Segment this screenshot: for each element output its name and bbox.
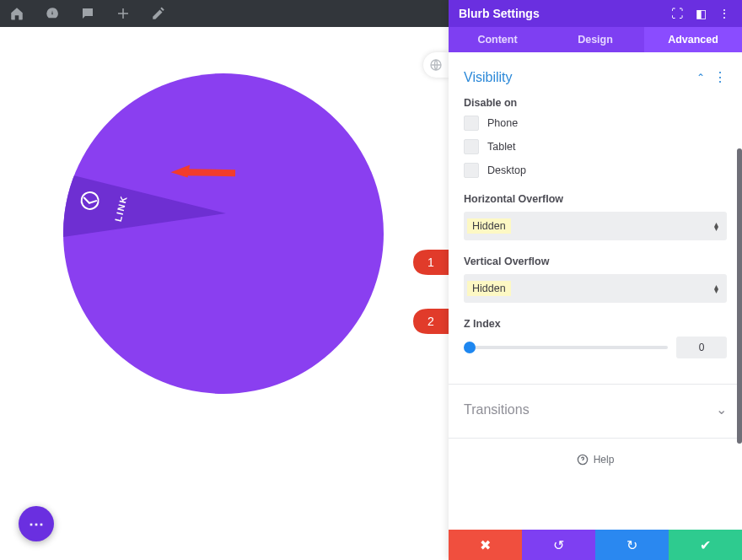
select-horizontal-overflow[interactable]: Hidden ▴▾ xyxy=(464,212,727,240)
disable-on-label: Disable on xyxy=(464,97,727,109)
slider-thumb[interactable] xyxy=(464,342,476,353)
scrollbar[interactable] xyxy=(737,148,742,444)
redo-icon: ↻ xyxy=(626,537,637,553)
section-title-visibility[interactable]: Visibility xyxy=(464,70,696,85)
tab-design[interactable]: Design xyxy=(546,27,644,52)
discard-button[interactable]: ✖ xyxy=(449,530,522,560)
z-index-value[interactable]: 0 xyxy=(676,337,727,358)
z-index-label: Z Index xyxy=(464,318,727,330)
panel-footer: ✖ ↺ ↻ ✔ xyxy=(449,530,742,560)
callout-1: 1 xyxy=(413,250,454,275)
panel-title: Blurb Settings xyxy=(459,7,661,20)
globe-icon[interactable] xyxy=(423,52,449,78)
chevron-updown-icon: ▴▾ xyxy=(714,284,718,293)
section-transitions: Transitions ⌄ xyxy=(449,385,742,438)
check-icon: ✔ xyxy=(700,537,711,553)
help-link[interactable]: Help xyxy=(449,439,742,481)
close-icon: ✖ xyxy=(480,537,491,553)
columns-icon[interactable]: ◧ xyxy=(693,6,708,21)
z-index-slider[interactable] xyxy=(464,346,668,349)
chevron-updown-icon: ▴▾ xyxy=(714,222,718,230)
horizontal-overflow-label: Horizontal Overflow xyxy=(464,193,727,205)
help-icon xyxy=(577,454,589,466)
save-button[interactable]: ✔ xyxy=(669,530,742,560)
section-kebab-icon[interactable]: ⋮ xyxy=(713,69,727,85)
checkbox-desktop[interactable] xyxy=(464,163,479,178)
chevron-down-icon[interactable]: ⌄ xyxy=(716,401,727,417)
checkbox-tablet-label: Tablet xyxy=(487,141,515,153)
undo-icon: ↺ xyxy=(553,537,564,553)
editor-canvas: LINK ⋯ xyxy=(0,27,449,560)
callout-2: 2 xyxy=(413,309,454,334)
fab-more[interactable]: ⋯ xyxy=(19,506,54,541)
vertical-overflow-label: Vertical Overflow xyxy=(464,256,727,267)
panel-body: Visibility ⌃ ⋮ Disable on Phone Tablet D… xyxy=(449,52,742,530)
pencil-icon[interactable] xyxy=(150,5,167,22)
expand-icon[interactable]: ⛶ xyxy=(669,6,685,21)
checkbox-desktop-label: Desktop xyxy=(487,164,526,176)
home-icon[interactable] xyxy=(8,5,25,22)
comment-icon[interactable] xyxy=(79,5,96,22)
panel-tabs: Content Design Advanced xyxy=(449,27,742,52)
svg-point-1 xyxy=(80,191,100,211)
tab-content[interactable]: Content xyxy=(449,27,546,52)
collapse-icon[interactable]: ⌃ xyxy=(696,72,705,83)
section-title-transitions[interactable]: Transitions xyxy=(464,402,716,417)
link-label: LINK xyxy=(113,194,129,223)
kebab-icon[interactable]: ⋮ xyxy=(717,6,732,21)
gauge-icon[interactable] xyxy=(44,5,61,22)
plus-icon[interactable] xyxy=(115,5,132,22)
blurb-circle[interactable]: LINK xyxy=(63,73,384,394)
redo-button[interactable]: ↻ xyxy=(595,530,669,560)
undo-button[interactable]: ↺ xyxy=(522,530,595,560)
select-vertical-overflow[interactable]: Hidden ▴▾ xyxy=(464,274,727,303)
tab-advanced[interactable]: Advanced xyxy=(644,27,742,52)
checkbox-phone-label: Phone xyxy=(487,117,518,129)
checkbox-tablet[interactable] xyxy=(464,139,479,154)
settings-panel: Blurb Settings ⛶ ◧ ⋮ Content Design Adva… xyxy=(449,0,742,560)
checkbox-phone[interactable] xyxy=(464,116,479,131)
section-visibility: Visibility ⌃ ⋮ Disable on Phone Tablet D… xyxy=(449,52,742,384)
